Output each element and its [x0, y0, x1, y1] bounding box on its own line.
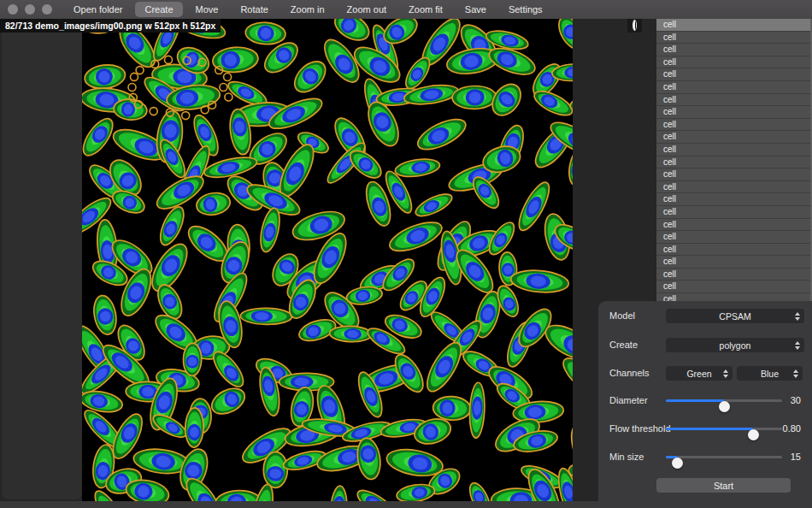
- mask-list-item[interactable]: cell: [656, 231, 812, 244]
- segmentation-panel: Model CPSAM Create polygon Channels Gree…: [598, 301, 812, 508]
- flow-threshold-row: Flow threshold0.80: [609, 422, 801, 436]
- zoom-window-button[interactable]: [42, 4, 52, 15]
- toolbar-button-zoom-fit[interactable]: Zoom fit: [399, 2, 452, 17]
- flow-threshold-label: Flow threshold: [609, 423, 671, 434]
- updown-chevron-icon: [795, 341, 800, 350]
- channel-2-value: Blue: [761, 369, 779, 379]
- mask-list-item[interactable]: cell: [656, 131, 812, 144]
- mask-list-item[interactable]: cell: [656, 244, 812, 257]
- mask-list-item[interactable]: cell: [656, 168, 812, 181]
- model-select[interactable]: CPSAM: [666, 309, 804, 323]
- toolbar: Open folderCreateMoveRotateZoom inZoom o…: [64, 2, 552, 17]
- mask-list-item[interactable]: cell: [656, 281, 812, 293]
- updown-chevron-icon: [795, 312, 800, 321]
- min-size-slider-handle[interactable]: [672, 458, 683, 469]
- mask-list-item[interactable]: cell: [656, 181, 812, 194]
- mask-color-swatch[interactable]: [643, 19, 656, 32]
- model-label: Model: [609, 310, 635, 321]
- create-label: Create: [609, 340, 638, 350]
- start-button[interactable]: Start: [656, 478, 791, 493]
- flow-threshold-slider-handle[interactable]: [748, 429, 759, 440]
- left-panel: [2, 19, 82, 499]
- mask-list-item[interactable]: cell: [656, 81, 812, 94]
- mask-rows: cellcellcellcellcellcellcellcellcellcell…: [656, 19, 812, 318]
- toolbar-button-save[interactable]: Save: [456, 2, 496, 17]
- channel-1-value: Green: [686, 369, 711, 379]
- updown-chevron-icon: [793, 369, 798, 378]
- min-size-label: Min size: [609, 452, 644, 462]
- min-size-value: 15: [767, 452, 801, 462]
- min-size-slider[interactable]: [666, 456, 782, 458]
- flow-threshold-value: 0.80: [767, 423, 801, 434]
- contrast-toggle-button[interactable]: [627, 18, 642, 32]
- toolbar-button-rotate[interactable]: Rotate: [231, 2, 277, 17]
- titlebar: Open folderCreateMoveRotateZoom inZoom o…: [0, 0, 812, 19]
- diameter-slider-fill: [666, 399, 724, 402]
- mask-list-item[interactable]: cell: [656, 119, 812, 132]
- mask-list-item[interactable]: cell: [656, 219, 812, 232]
- flow-threshold-slider-fill: [666, 428, 753, 430]
- model-select-value: CPSAM: [719, 311, 750, 322]
- diameter-row: Diameter30: [609, 393, 801, 408]
- cell-image-canvas[interactable]: [82, 19, 573, 501]
- mask-list-item[interactable]: cell: [656, 32, 812, 44]
- toolbar-button-zoom-out[interactable]: Zoom out: [338, 2, 396, 17]
- mask-list-item[interactable]: cell: [656, 157, 812, 169]
- toolbar-button-settings[interactable]: Settings: [499, 2, 552, 17]
- channels-label: Channels: [609, 368, 649, 378]
- app-window: Open folderCreateMoveRotateZoom inZoom o…: [0, 0, 812, 508]
- mask-list-item[interactable]: cell: [656, 94, 812, 107]
- diameter-value: 30: [767, 395, 801, 405]
- model-row: Model CPSAM: [609, 309, 801, 323]
- toolbar-button-zoom-in[interactable]: Zoom in: [281, 2, 334, 17]
- channels-row: Channels Green Blue: [609, 366, 801, 381]
- window-controls: [8, 4, 52, 15]
- close-button[interactable]: [8, 4, 18, 15]
- mask-list-item[interactable]: cell: [656, 256, 812, 269]
- mask-list-item[interactable]: cell: [656, 19, 812, 32]
- mask-list-item[interactable]: cell: [656, 56, 812, 69]
- mask-list-item[interactable]: cell: [656, 68, 812, 81]
- diameter-slider-handle[interactable]: [719, 401, 730, 412]
- mask-list-item[interactable]: cell: [656, 144, 812, 157]
- updown-chevron-icon: [723, 369, 728, 378]
- mask-list-item[interactable]: cell: [656, 106, 812, 119]
- create-select-value: polygon: [720, 340, 751, 351]
- mask-list-item[interactable]: cell: [656, 44, 812, 56]
- mask-list-item[interactable]: cell: [656, 269, 812, 281]
- mask-list-item[interactable]: cell: [656, 206, 812, 219]
- toolbar-button-open-folder[interactable]: Open folder: [64, 2, 132, 17]
- create-select[interactable]: polygon: [666, 338, 804, 352]
- channel-1-select[interactable]: Green: [666, 366, 733, 381]
- image-status-label: 82/713 demo_images/img00.png w 512px h 5…: [0, 19, 221, 32]
- toolbar-button-move[interactable]: Move: [186, 2, 228, 17]
- mask-list-item[interactable]: cell: [656, 193, 812, 206]
- create-row: Create polygon: [609, 338, 801, 352]
- diameter-label: Diameter: [609, 395, 648, 405]
- min-size-row: Min size15: [609, 450, 801, 464]
- flow-threshold-slider[interactable]: [666, 428, 782, 430]
- minimize-button[interactable]: [25, 4, 35, 15]
- channel-2-select[interactable]: Blue: [737, 366, 803, 381]
- toolbar-button-create[interactable]: Create: [135, 2, 182, 17]
- contrast-icon: [633, 20, 637, 31]
